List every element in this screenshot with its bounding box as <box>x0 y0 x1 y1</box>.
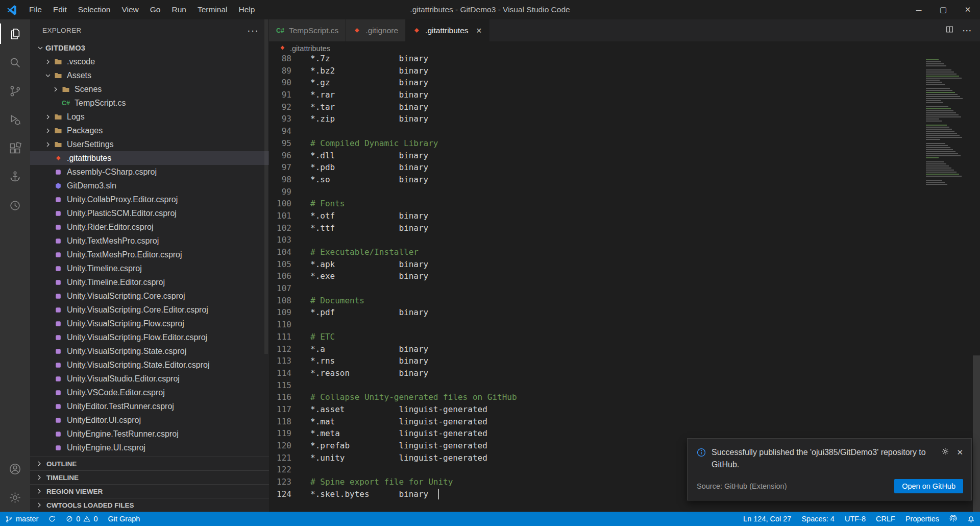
menu-go[interactable]: Go <box>144 0 166 19</box>
tree-item[interactable]: UnityEditor.TestRunner.csproj <box>30 399 269 413</box>
tree-item[interactable]: GitDemo3.sln <box>30 179 269 193</box>
tab-close-icon[interactable]: ✕ <box>476 27 482 35</box>
editor-line[interactable]: 112*.a binary <box>269 343 914 355</box>
language-mode[interactable]: Properties <box>900 512 944 526</box>
eol-indicator[interactable]: CRLF <box>871 512 900 526</box>
extensions-icon[interactable] <box>0 134 30 162</box>
editor-line[interactable]: 114*.reason binary <box>269 367 914 379</box>
tree-item[interactable]: Unity.VisualScripting.State.Editor.cspro… <box>30 358 269 372</box>
anchor-icon[interactable] <box>0 162 30 191</box>
chevron-right-icon[interactable] <box>51 84 61 94</box>
chevron-right-icon[interactable] <box>43 139 53 150</box>
panel-outline[interactable]: OUTLINE <box>30 457 269 470</box>
open-on-github-button[interactable]: Open on GitHub <box>894 479 963 493</box>
tree-item[interactable]: Unity.VisualScripting.Core.Editor.csproj <box>30 303 269 317</box>
run-and-debug-icon[interactable] <box>0 105 30 134</box>
settings-gear-icon[interactable] <box>0 483 30 512</box>
minimize-button[interactable]: ─ <box>906 0 931 19</box>
editor-line[interactable]: 104# Executable/Installer <box>269 246 914 258</box>
tree-item[interactable]: .gitattributes <box>30 151 269 165</box>
tree-item[interactable]: Unity.Timeline.Editor.csproj <box>30 275 269 289</box>
panel-timeline[interactable]: TIMELINE <box>30 470 269 484</box>
menu-terminal[interactable]: Terminal <box>192 0 233 19</box>
notification-close-icon[interactable]: ✕ <box>957 448 963 457</box>
editor-line[interactable]: 96*.dll binary <box>269 150 914 162</box>
editor-line[interactable]: 111# ETC <box>269 331 914 343</box>
panel-region-viewer[interactable]: REGION VIEWER <box>30 484 269 498</box>
menu-view[interactable]: View <box>116 0 144 19</box>
search-icon[interactable] <box>0 48 30 77</box>
editor-line[interactable]: 115 <box>269 379 914 392</box>
tab-gitattributes[interactable]: .gitattributes✕ <box>406 19 489 41</box>
editor-line[interactable]: 94 <box>269 125 914 137</box>
editor-line[interactable]: 117*.asset linguist-generated <box>269 403 914 416</box>
editor-line[interactable]: 88*.7z binary <box>269 55 914 65</box>
tree-item[interactable]: Packages <box>30 124 269 137</box>
editor-line[interactable]: 105*.apk binary <box>269 258 914 271</box>
notification-gear-icon[interactable] <box>941 447 949 458</box>
tree-item[interactable]: Assembly-CSharp.csproj <box>30 165 269 179</box>
tree-item[interactable]: .vscode <box>30 55 269 68</box>
maximize-button[interactable]: ▢ <box>931 0 955 19</box>
account-icon[interactable] <box>0 455 30 483</box>
menu-help[interactable]: Help <box>233 0 261 19</box>
editor-line[interactable]: 97*.pdb binary <box>269 161 914 174</box>
editor-line[interactable]: 113*.rns binary <box>269 355 914 367</box>
editor-line[interactable]: 98*.so binary <box>269 174 914 186</box>
tree-item[interactable]: Assets <box>30 68 269 82</box>
tree-item[interactable]: Unity.Rider.Editor.csproj <box>30 220 269 234</box>
tab-tempscript-cs[interactable]: C#TempScript.cs <box>269 19 346 41</box>
editor-line[interactable]: 95# Compiled Dynamic Library <box>269 137 914 150</box>
branch-indicator[interactable]: master <box>0 512 43 526</box>
tree-item[interactable]: Unity.TextMeshPro.Editor.csproj <box>30 248 269 261</box>
menu-run[interactable]: Run <box>166 0 191 19</box>
editor-line[interactable]: 118*.mat linguist-generated <box>269 416 914 428</box>
explorer-icon[interactable] <box>0 19 30 48</box>
tree-item[interactable]: Unity.CollabProxy.Editor.csproj <box>30 193 269 206</box>
tree-item[interactable]: Unity.TextMeshPro.csproj <box>30 234 269 248</box>
editor-line[interactable]: 93*.zip binary <box>269 113 914 125</box>
editor-line[interactable]: 109*.pdf binary <box>269 306 914 319</box>
tree-item[interactable]: Logs <box>30 110 269 124</box>
tree-item[interactable]: Unity.VisualScripting.Core.csproj <box>30 289 269 303</box>
tree-item[interactable]: Unity.VSCode.Editor.csproj <box>30 386 269 399</box>
explorer-actions-icon[interactable]: ··· <box>247 25 259 36</box>
minimap[interactable] <box>924 59 971 186</box>
editor-line[interactable]: 91*.rar binary <box>269 89 914 101</box>
editor-line[interactable]: 101*.otf binary <box>269 210 914 222</box>
editor-line[interactable]: 107 <box>269 282 914 295</box>
notifications-bell-icon[interactable] <box>962 512 980 526</box>
editor-line[interactable]: 102*.ttf binary <box>269 222 914 234</box>
editor-line[interactable]: 106*.exe binary <box>269 270 914 282</box>
menu-edit[interactable]: Edit <box>47 0 72 19</box>
menu-selection[interactable]: Selection <box>72 0 116 19</box>
tab-gitignore[interactable]: .gitignore <box>346 19 406 41</box>
tree-item[interactable]: Unity.PlasticSCM.Editor.csproj <box>30 206 269 220</box>
breadcrumb[interactable]: .gitattributes <box>269 41 980 55</box>
chevron-right-icon[interactable] <box>43 57 53 67</box>
chevron-right-icon[interactable] <box>43 112 53 122</box>
broadcast-icon[interactable] <box>944 512 962 526</box>
editor-line[interactable]: 103 <box>269 234 914 246</box>
tree-item[interactable]: UserSettings <box>30 137 269 151</box>
clock-tool-icon[interactable] <box>0 191 30 220</box>
editor-line[interactable]: 116# Collapse Unity-generated files on G… <box>269 391 914 403</box>
editor-line[interactable]: 108# Documents <box>269 295 914 307</box>
more-actions-icon[interactable]: ⋯ <box>962 25 972 36</box>
tree-item[interactable]: Unity.VisualScripting.Flow.Editor.csproj <box>30 330 269 344</box>
tree-item[interactable]: C#TempScript.cs <box>30 96 269 110</box>
indentation-indicator[interactable]: Spaces: 4 <box>796 512 840 526</box>
editor-line[interactable]: 100# Fonts <box>269 198 914 210</box>
chevron-right-icon[interactable] <box>43 126 53 136</box>
menu-file[interactable]: File <box>23 0 47 19</box>
cursor-position[interactable]: Ln 124, Col 27 <box>738 512 796 526</box>
tree-root-gitdemo3[interactable]: GITDEMO3 <box>30 41 269 55</box>
chevron-down-icon[interactable] <box>35 43 45 53</box>
panel-cwtools-loaded-files[interactable]: CWTOOLS LOADED FILES <box>30 498 269 512</box>
tree-item[interactable]: UnityEditor.UI.csproj <box>30 413 269 427</box>
split-editor-icon[interactable] <box>945 25 954 36</box>
tree-item[interactable]: Unity.Timeline.csproj <box>30 261 269 275</box>
chevron-down-icon[interactable] <box>43 70 53 81</box>
editor-line[interactable]: 110 <box>269 319 914 331</box>
editor-line[interactable]: 90*.gz binary <box>269 77 914 89</box>
